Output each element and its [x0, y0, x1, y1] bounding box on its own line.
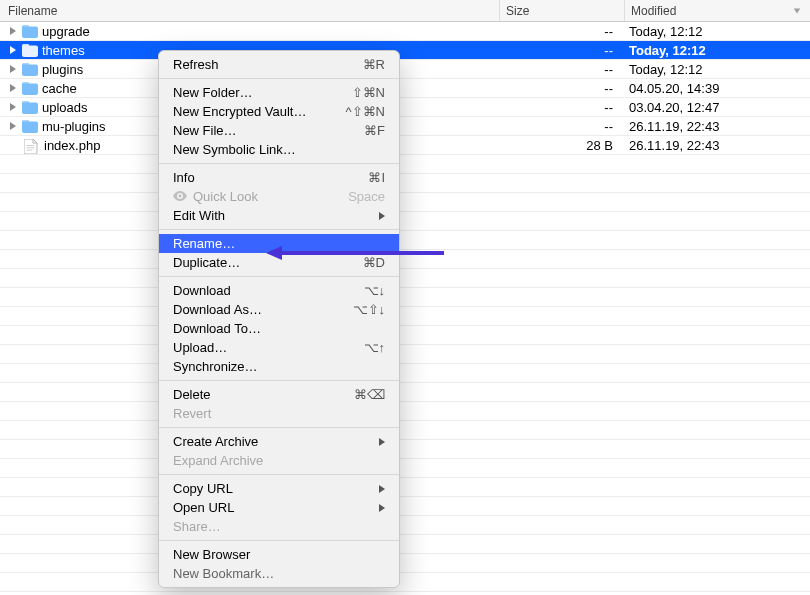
folder-icon	[22, 44, 38, 57]
menu-info[interactable]: Info⌘I	[159, 168, 399, 187]
empty-row	[0, 573, 810, 592]
empty-row	[0, 383, 810, 402]
chevron-right-icon	[379, 485, 385, 493]
menu-expand-archive: Expand Archive	[159, 451, 399, 470]
menu-download-as[interactable]: Download As…⌥⇧↓	[159, 300, 399, 319]
empty-row	[0, 269, 810, 288]
file-name: mu-plugins	[42, 119, 106, 134]
empty-row	[0, 421, 810, 440]
column-header-filename[interactable]: Filename	[0, 4, 499, 18]
menu-copy-url[interactable]: Copy URL	[159, 479, 399, 498]
menu-quick-look: Quick Look Space	[159, 187, 399, 206]
menu-duplicate[interactable]: Duplicate…⌘D	[159, 253, 399, 272]
column-header-size[interactable]: Size	[500, 4, 624, 18]
file-name: cache	[42, 81, 77, 96]
menu-share: Share…	[159, 517, 399, 536]
empty-row	[0, 535, 810, 554]
empty-row	[0, 402, 810, 421]
file-size: --	[499, 43, 623, 58]
table-header: Filename Size Modified	[0, 0, 810, 22]
menu-new-folder[interactable]: New Folder…⇧⌘N	[159, 83, 399, 102]
file-name: index.php	[44, 138, 100, 153]
svg-point-3	[179, 195, 182, 198]
menu-download[interactable]: Download⌥↓	[159, 281, 399, 300]
chevron-right-icon	[379, 504, 385, 512]
menu-new-file[interactable]: New File…⌘F	[159, 121, 399, 140]
table-row[interactable]: upgrade--Today, 12:12	[0, 22, 810, 41]
folder-icon	[22, 25, 38, 38]
menu-rename[interactable]: Rename…	[159, 234, 399, 253]
file-name: uploads	[42, 100, 88, 115]
file-name: upgrade	[42, 24, 90, 39]
disclosure-triangle-icon[interactable]	[10, 84, 16, 92]
file-size: --	[499, 81, 623, 96]
svg-rect-0	[27, 145, 35, 146]
empty-row	[0, 231, 810, 250]
column-header-modified[interactable]: Modified	[625, 4, 810, 18]
empty-row	[0, 440, 810, 459]
file-list: upgrade--Today, 12:12themes--Today, 12:1…	[0, 22, 810, 155]
empty-row	[0, 554, 810, 573]
menu-download-to[interactable]: Download To…	[159, 319, 399, 338]
menu-revert: Revert	[159, 404, 399, 423]
empty-row	[0, 250, 810, 269]
menu-new-bookmark[interactable]: New Bookmark…	[159, 564, 399, 583]
empty-row	[0, 212, 810, 231]
menu-create-archive[interactable]: Create Archive	[159, 432, 399, 451]
disclosure-triangle-icon[interactable]	[10, 65, 16, 73]
file-modified: Today, 12:12	[623, 43, 810, 58]
file-modified: 26.11.19, 22:43	[623, 138, 810, 153]
menu-upload[interactable]: Upload…⌥↑	[159, 338, 399, 357]
empty-row	[0, 459, 810, 478]
empty-row	[0, 326, 810, 345]
chevron-right-icon	[379, 212, 385, 220]
table-row[interactable]: themes--Today, 12:12	[0, 41, 810, 60]
disclosure-triangle-icon[interactable]	[10, 103, 16, 111]
disclosure-triangle-icon[interactable]	[10, 27, 16, 35]
folder-icon	[22, 120, 38, 133]
file-modified: Today, 12:12	[623, 24, 810, 39]
disclosure-triangle-icon[interactable]	[10, 122, 16, 130]
menu-new-symlink[interactable]: New Symbolic Link…	[159, 140, 399, 159]
disclosure-triangle-icon[interactable]	[10, 46, 16, 54]
table-row[interactable]: plugins--Today, 12:12	[0, 60, 810, 79]
chevron-right-icon	[379, 438, 385, 446]
table-row[interactable]: uploads--03.04.20, 12:47	[0, 98, 810, 117]
menu-open-url[interactable]: Open URL	[159, 498, 399, 517]
svg-rect-1	[27, 147, 35, 148]
folder-icon	[22, 101, 38, 114]
eye-icon	[173, 189, 187, 204]
table-row[interactable]: cache--04.05.20, 14:39	[0, 79, 810, 98]
menu-new-vault[interactable]: New Encrypted Vault…^⇧⌘N	[159, 102, 399, 121]
folder-icon	[22, 63, 38, 76]
file-modified: 26.11.19, 22:43	[623, 119, 810, 134]
menu-new-browser[interactable]: New Browser	[159, 545, 399, 564]
empty-row	[0, 345, 810, 364]
empty-row	[0, 288, 810, 307]
file-modified: 04.05.20, 14:39	[623, 81, 810, 96]
file-name: themes	[42, 43, 85, 58]
empty-row	[0, 155, 810, 174]
empty-row	[0, 478, 810, 497]
table-row[interactable]: index.php28 B26.11.19, 22:43	[0, 136, 810, 155]
menu-edit-with[interactable]: Edit With	[159, 206, 399, 225]
context-menu: Refresh⌘R New Folder…⇧⌘N New Encrypted V…	[158, 50, 400, 588]
empty-row	[0, 193, 810, 212]
file-size: --	[499, 62, 623, 77]
file-icon	[24, 139, 40, 152]
svg-rect-2	[27, 149, 33, 150]
menu-refresh[interactable]: Refresh⌘R	[159, 55, 399, 74]
file-size: --	[499, 24, 623, 39]
menu-delete[interactable]: Delete⌘⌫	[159, 385, 399, 404]
file-name: plugins	[42, 62, 83, 77]
empty-row	[0, 307, 810, 326]
menu-synchronize[interactable]: Synchronize…	[159, 357, 399, 376]
file-modified: 03.04.20, 12:47	[623, 100, 810, 115]
table-row[interactable]: mu-plugins--26.11.19, 22:43	[0, 117, 810, 136]
empty-row	[0, 174, 810, 193]
empty-row	[0, 516, 810, 535]
file-size: 28 B	[499, 138, 623, 153]
sort-indicator-icon	[794, 8, 800, 13]
file-size: --	[499, 100, 623, 115]
file-modified: Today, 12:12	[623, 62, 810, 77]
